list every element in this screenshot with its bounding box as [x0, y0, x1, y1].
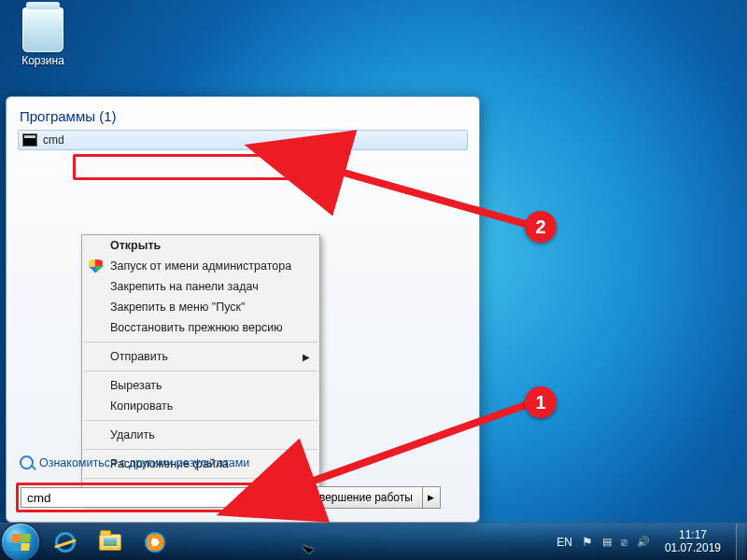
search-box-highlight: ✕ [16, 483, 285, 512]
context-menu-separator [84, 478, 317, 479]
start-menu-search-panel: Программы (1) cmd Открыть Запуск от имен… [6, 96, 480, 523]
show-desktop-button[interactable] [736, 524, 745, 561]
tray-action-center-icon[interactable]: ⚑ [582, 535, 593, 549]
system-tray: EN ⚑ ▤ ⎚ 🔊 11:17 01.07.2019 [557, 524, 747, 561]
context-menu-run-as-admin[interactable]: Запуск от имени администратора [82, 256, 319, 276]
annotation-badge-2: 2 [525, 211, 557, 243]
start-button[interactable] [2, 524, 39, 561]
taskbar-media-player-button[interactable] [134, 527, 176, 557]
shutdown-split-button: Завершение работы ▶ [296, 486, 441, 509]
clear-search-icon[interactable]: ✕ [266, 491, 275, 504]
taskbar-ie-button[interactable] [45, 527, 86, 557]
submenu-arrow-icon: ▶ [303, 352, 310, 362]
media-player-icon [145, 532, 165, 553]
context-menu-pin-taskbar[interactable]: Закрепить на панели задач [82, 276, 319, 297]
clock-date: 01.07.2019 [665, 542, 721, 555]
tray-volume-icon[interactable]: 🔊 [637, 536, 650, 548]
context-menu-send-to[interactable]: Отправить ▶ [82, 346, 319, 367]
taskbar: EN ⚑ ▤ ⎚ 🔊 11:17 01.07.2019 [0, 523, 747, 560]
see-more-results-link[interactable]: Ознакомиться с другими результатами [20, 455, 249, 469]
file-explorer-icon [99, 534, 121, 551]
context-menu-open[interactable]: Открыть [82, 235, 319, 256]
uac-shield-icon [89, 259, 103, 273]
recycle-bin-icon [22, 7, 63, 52]
context-menu-pin-start[interactable]: Закрепить в меню "Пуск" [82, 297, 319, 317]
tray-network-icon[interactable]: ▤ [602, 536, 612, 548]
shutdown-options-button[interactable]: ▶ [422, 486, 441, 509]
context-menu-separator [84, 342, 317, 343]
language-indicator[interactable]: EN [557, 536, 572, 549]
context-menu-separator [84, 420, 317, 421]
context-menu-copy[interactable]: Копировать [82, 396, 319, 416]
search-result-cmd[interactable]: cmd [18, 130, 468, 150]
context-menu-cut[interactable]: Вырезать [82, 375, 319, 396]
shutdown-button[interactable]: Завершение работы [296, 486, 422, 509]
recycle-bin-desktop-icon[interactable]: Корзина [17, 7, 69, 67]
start-menu-bottom-row: ✕ Завершение работы ▶ [16, 482, 470, 513]
start-menu-search-input[interactable] [21, 487, 280, 508]
recycle-bin-label: Корзина [17, 54, 69, 67]
context-menu-delete[interactable]: Удалить [82, 425, 319, 445]
cmd-icon [22, 133, 37, 147]
annotation-badge-1: 1 [525, 386, 557, 418]
clock-time: 11:17 [665, 529, 721, 542]
context-menu-restore-version[interactable]: Восстановить прежнюю версию [82, 317, 319, 338]
taskbar-clock[interactable]: 11:17 01.07.2019 [659, 529, 726, 555]
context-menu-separator [84, 371, 317, 371]
search-result-label: cmd [43, 133, 64, 147]
tray-device-icon[interactable]: ⎚ [621, 537, 627, 548]
taskbar-explorer-button[interactable] [90, 527, 131, 557]
context-menu-separator [84, 449, 317, 450]
search-icon [20, 455, 34, 469]
programs-section-header: Программы (1) [20, 108, 468, 124]
windows-logo-icon [10, 534, 31, 551]
internet-explorer-icon [55, 532, 76, 553]
desktop: Корзина Программы (1) cmd Открыть Запуск… [0, 0, 747, 560]
